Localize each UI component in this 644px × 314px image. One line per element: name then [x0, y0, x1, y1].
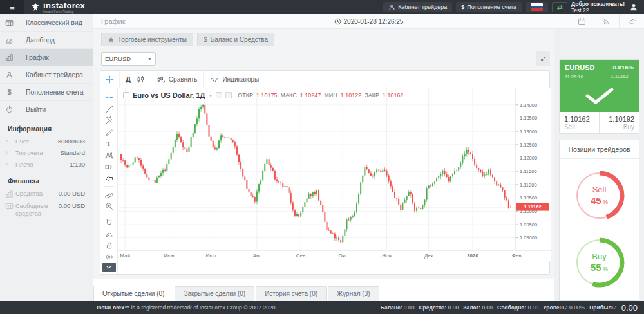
buy-gauge: Buy 55 % [572, 235, 627, 290]
eye-tool[interactable] [100, 251, 117, 263]
fullscreen-button[interactable] [536, 51, 550, 66]
top-bar: ≡ instaforex Instant Forex Trading Кабин… [0, 0, 644, 14]
sidebar-item-1[interactable]: Классический вид [0, 14, 93, 32]
status-bar: InstaForex™ is a registered trademark of… [0, 301, 644, 314]
info-row: Свободные средства0.00 USD [0, 200, 93, 219]
status-stat: Залог: 0.00 [463, 304, 493, 311]
crosshair-mode-button[interactable] [106, 75, 114, 84]
compare-icon [157, 75, 166, 84]
sidebar-item-label: Кабинет трейдера [19, 71, 83, 78]
lock-tool[interactable] [100, 239, 117, 251]
page-header: График 2020-01-28 12:26:25 [93, 14, 644, 29]
language-flag-button[interactable] [526, 2, 548, 12]
svg-text:1.13000: 1.13000 [520, 129, 537, 134]
quote-header[interactable]: EURUSD 11:26:16 -0.016% 1.10162 [560, 60, 639, 112]
sidebar-item-label: Выйти [19, 106, 46, 113]
trader-cabinet-button[interactable]: Кабинет трейдера [383, 2, 452, 12]
svg-text:Июл: Июл [205, 253, 216, 259]
buy-label: Buy [604, 124, 634, 131]
svg-text:1.09000: 1.09000 [520, 235, 537, 241]
indicators-label: Индикаторы [222, 76, 259, 83]
sidebar-item-2[interactable]: Дашборд [0, 32, 93, 49]
clock-icon [334, 18, 341, 25]
logo-title: instaforex [43, 1, 85, 10]
fork-tool[interactable] [100, 115, 117, 126]
avatar-icon[interactable] [629, 2, 639, 12]
trend-tool[interactable] [100, 103, 117, 115]
buy-price: 1.10192 [604, 115, 634, 123]
deposit-button[interactable]: $ Пополнение счета [456, 2, 522, 12]
sidebar-item-5[interactable]: $Пополнение счета [0, 84, 93, 101]
calendar-button[interactable] [569, 14, 594, 28]
zoom-tool[interactable] [100, 200, 117, 212]
ruler-tool[interactable] [100, 189, 117, 200]
power-icon [0, 101, 19, 118]
transfer-icon-button[interactable]: ⇄ [552, 2, 567, 12]
svg-text:1.14000: 1.14000 [520, 102, 537, 108]
crosshair-tool[interactable] [100, 91, 117, 103]
indicators-button[interactable]: Индикаторы [209, 75, 259, 84]
info-row: »Тип счетаStandard [0, 147, 93, 159]
hamburger-menu-button[interactable]: ≡ [0, 0, 24, 14]
svg-text:Дек: Дек [424, 253, 433, 259]
quote-time: 11:26:16 [565, 74, 583, 80]
table-icon [5, 202, 15, 210]
tools-divider [104, 186, 114, 187]
trading-instruments-button[interactable]: Торговые инструменты [101, 33, 193, 46]
tab-2[interactable]: Закрытые сделки (0) [175, 286, 254, 301]
sidebar-item-label: Дашборд [19, 36, 55, 44]
tab-3[interactable]: История счета (0) [256, 286, 327, 301]
profit-value: 0.00 [621, 303, 638, 313]
buy-cell[interactable]: 1.10192 Buy [600, 112, 639, 134]
svg-text:Май: Май [120, 253, 130, 259]
plock-tool[interactable] [100, 228, 117, 239]
text-tool[interactable]: T [100, 138, 117, 149]
instaforex-logo[interactable]: instaforex Instant Forex Trading [24, 0, 91, 14]
balance-funds-button[interactable]: $ Баланс и Средства [197, 33, 274, 46]
forecast-tool[interactable] [100, 161, 117, 172]
sidebar-item-label: Классический вид [19, 19, 82, 26]
cursor-tool[interactable] [100, 172, 117, 184]
svg-text:Авг: Авг [253, 253, 261, 259]
drawing-tools-strip: T [100, 88, 118, 274]
pattern-tool[interactable] [100, 149, 117, 161]
tools-collapse-button[interactable] [102, 263, 116, 272]
sidebar-item-4[interactable]: Кабинет трейдера [0, 66, 93, 84]
compare-button[interactable]: Сравнить [157, 75, 198, 84]
svg-text:1.10500: 1.10500 [520, 195, 537, 201]
svg-text:1.11500: 1.11500 [520, 169, 537, 174]
chevron-down-icon: ▼ [147, 57, 152, 61]
logo-subtitle: Instant Forex Trading [43, 10, 85, 14]
rss-button[interactable] [594, 14, 619, 28]
status-stat: Баланс: 0.00 [381, 304, 415, 311]
sidebar-item-label: График [19, 53, 49, 61]
svg-text:Окт: Окт [339, 253, 348, 259]
sell-gauge: Sell 45 % [572, 168, 627, 223]
sidebar-item-6[interactable]: Выйти [0, 101, 93, 118]
magnet-tool[interactable] [100, 216, 117, 228]
star-icon [108, 36, 115, 43]
symbol-select[interactable]: EURUSD ▼ [101, 52, 156, 66]
sell-cell[interactable]: 1.10162 Sell [560, 112, 599, 134]
candle-style-button[interactable] [137, 75, 145, 84]
positions-title: Позиции трейдеров [560, 140, 639, 159]
tab-1[interactable]: Открытые сделки (0) [93, 286, 173, 301]
instaforex-logo-icon [31, 3, 40, 12]
sidebar-item-3[interactable]: График [0, 49, 93, 66]
svg-text:1.13500: 1.13500 [520, 115, 537, 121]
chart-plot[interactable]: 1.090001.095001.100001.105001.110001.115… [118, 88, 551, 261]
svg-text:2020: 2020 [467, 253, 478, 259]
brush-tool[interactable] [100, 126, 117, 138]
chart-toolbar-area: Торговые инструменты $ Баланс и Средства… [93, 29, 554, 279]
instruments-label: Торговые инструменты [118, 36, 187, 43]
announcements-button[interactable] [619, 14, 644, 28]
finance-section-header: Финансы [0, 171, 93, 188]
table-icon [0, 14, 19, 31]
chevrons-icon: » [5, 138, 15, 145]
timeframe-button[interactable]: Д [126, 75, 131, 83]
checkmark-icon [565, 80, 634, 107]
sell-price: 1.10162 [564, 115, 594, 123]
deposit-label: Пополнение счета [467, 4, 516, 10]
dollar-icon: $ [0, 84, 19, 100]
tab-4[interactable]: Журнал (3) [328, 286, 379, 301]
